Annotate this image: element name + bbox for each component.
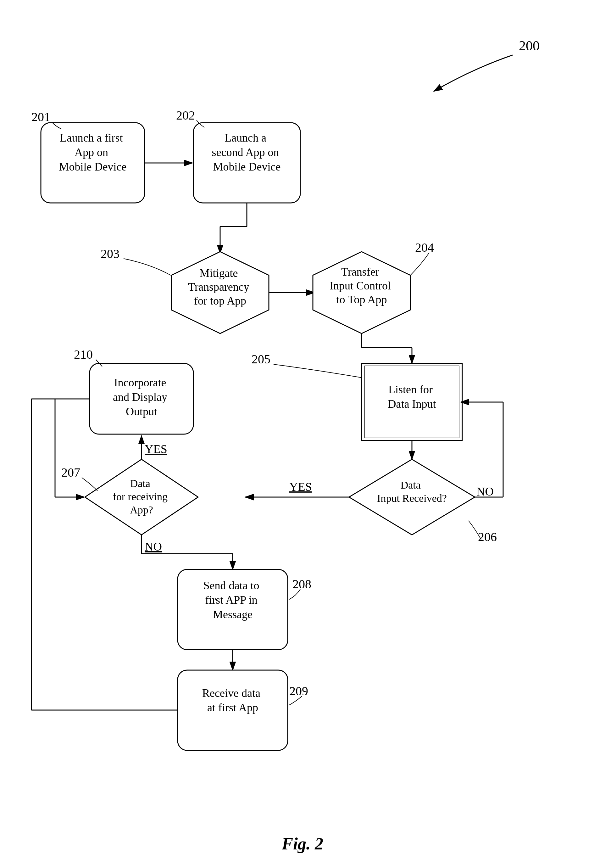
label-202: 202 [176,108,195,122]
diagram-container: 200 Launch a first App on Mobile Device … [0,0,605,868]
label-205: 205 [252,352,271,366]
label-201: 201 [31,110,50,124]
label-204: 204 [415,240,434,254]
node-204 [313,252,410,333]
label-203: 203 [101,246,119,261]
label-208: 208 [292,577,311,591]
label-no-207: NO [145,540,162,553]
label-yes-206: YES [289,480,312,493]
label-207: 207 [61,465,80,479]
label-yes-207: YES [145,442,167,456]
figure-ref-200: 200 [519,38,540,53]
label-210: 210 [74,347,93,361]
label-209: 209 [289,684,308,698]
figure-caption: Fig. 2 [282,834,323,853]
label-206: 206 [478,530,497,544]
label-no-206: NO [477,485,494,498]
